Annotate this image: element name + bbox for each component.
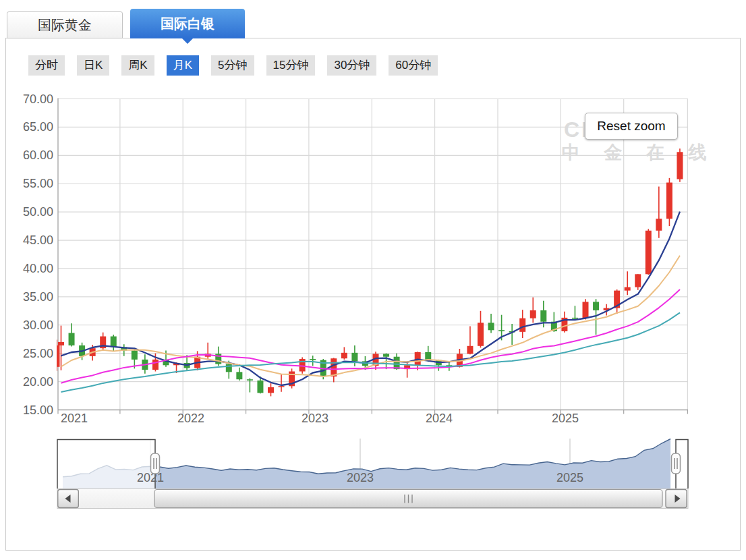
candle: [625, 287, 631, 291]
svg-text:2025: 2025: [552, 412, 579, 425]
tab-label: 国际白银: [161, 16, 214, 31]
svg-text:2024: 2024: [426, 412, 453, 425]
stock-chart-canvas: CN中 金 在 线70.0065.0060.0055.0050.0045.004…: [0, 0, 746, 560]
period-button-minute[interactable]: 分时: [28, 55, 65, 76]
reset-zoom-button[interactable]: Reset zoom: [585, 113, 678, 140]
candle: [132, 350, 138, 359]
period-button-weekly[interactable]: 周K: [121, 55, 154, 76]
candle: [498, 330, 505, 331]
stock-chart[interactable]: CN中 金 在 线70.0065.0060.0055.0050.0045.004…: [0, 0, 746, 560]
svg-text:45.00: 45.00: [23, 233, 53, 247]
svg-text:40.00: 40.00: [23, 262, 53, 275]
svg-text:20.00: 20.00: [23, 375, 53, 389]
tab-international-silver[interactable]: 国际白银: [130, 9, 245, 38]
navigator-left-handle[interactable]: [151, 453, 160, 474]
candle: [530, 310, 536, 318]
candle: [152, 360, 159, 370]
svg-text:2023: 2023: [347, 471, 374, 484]
svg-text:60.00: 60.00: [23, 148, 53, 162]
candle: [572, 318, 578, 319]
candle: [111, 337, 117, 347]
svg-text:65.00: 65.00: [23, 120, 53, 134]
svg-text:2022: 2022: [177, 412, 204, 425]
candle: [257, 381, 263, 393]
svg-text:70.00: 70.00: [23, 92, 53, 106]
candle: [666, 183, 672, 219]
svg-text:2025: 2025: [556, 471, 583, 484]
candle: [519, 318, 525, 332]
candle: [69, 333, 75, 345]
period-button-daily[interactable]: 日K: [77, 55, 109, 76]
candle: [593, 302, 599, 310]
y-axis-labels: 70.0065.0060.0055.0050.0045.0040.0035.00…: [23, 92, 53, 417]
candle: [351, 353, 357, 362]
period-button-60min[interactable]: 60分钟: [389, 55, 438, 76]
ma5-line: [61, 212, 681, 385]
candle: [310, 359, 316, 360]
candle: [583, 302, 589, 318]
x-axis-labels: 20212022202320242025: [61, 412, 579, 425]
svg-text:35.00: 35.00: [23, 290, 53, 304]
period-button-15min[interactable]: 15分钟: [266, 55, 316, 76]
scrollbar[interactable]: [57, 489, 688, 509]
candle: [331, 358, 337, 376]
candle: [488, 323, 494, 330]
tab-international-gold[interactable]: 国际黄金: [7, 11, 123, 38]
candlestick-series: [54, 148, 683, 396]
candle: [478, 323, 484, 345]
period-button-monthly[interactable]: 月K: [167, 55, 199, 76]
candle: [279, 386, 285, 387]
candle: [54, 345, 60, 367]
candle: [341, 353, 347, 358]
candle: [677, 152, 683, 179]
svg-text:55.00: 55.00: [23, 177, 53, 190]
navigator-right-handle[interactable]: [672, 453, 681, 474]
candle: [226, 364, 232, 372]
candle: [635, 274, 641, 287]
period-button-30min[interactable]: 30分钟: [327, 55, 376, 76]
active-tab-pointer-icon: [182, 38, 193, 44]
candle: [645, 231, 652, 275]
candle: [268, 387, 274, 393]
candle: [383, 354, 389, 357]
svg-text:2023: 2023: [302, 412, 328, 425]
svg-text:中 金 在 线: 中 金 在 线: [562, 142, 716, 163]
svg-text:2021: 2021: [61, 412, 88, 425]
svg-text:15.00: 15.00: [23, 403, 53, 417]
period-button-5min[interactable]: 5分钟: [211, 55, 254, 76]
candle: [236, 372, 242, 379]
candle: [247, 379, 253, 381]
silver-chart-page: { "tabs": [ {"label": "国际黄金", "active": …: [0, 0, 746, 560]
candle: [58, 342, 64, 345]
candle: [540, 310, 546, 322]
svg-text:50.00: 50.00: [23, 205, 53, 219]
ma30-line: [61, 312, 681, 392]
candle: [467, 346, 473, 354]
svg-text:25.00: 25.00: [23, 347, 53, 360]
svg-text:2021: 2021: [137, 471, 164, 484]
candle: [656, 219, 662, 231]
period-toolbar: 分时 日K 周K 月K 5分钟 15分钟 30分钟 60分钟: [28, 55, 438, 76]
svg-text:30.00: 30.00: [23, 318, 53, 332]
tab-label: 国际黄金: [38, 18, 92, 32]
